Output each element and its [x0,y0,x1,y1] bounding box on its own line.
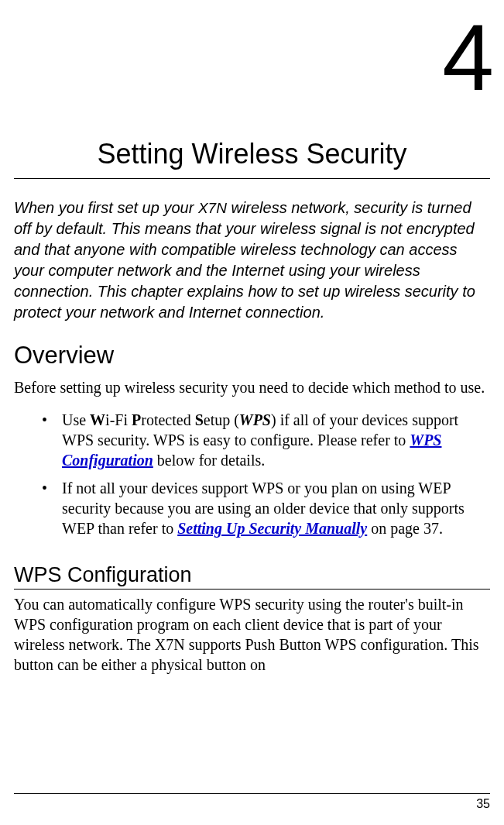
b1-t4: etup ( [204,411,239,428]
overview-bullets: Use Wi-Fi Protected Setup (WPS) if all o… [14,410,490,538]
page-footer: 35 [14,793,490,811]
chapter-title: Setting Wireless Security [14,138,490,179]
bullet-item-2: If not all your devices support WPS or y… [14,478,490,538]
b1-t1: Use [62,411,90,428]
intro-text-2: wireless network, security is turned off… [14,199,475,321]
b1-wps: WPS [239,411,271,428]
b1-s: S [195,411,204,428]
b1-w: W [90,411,105,428]
bullet-item-1: Use Wi-Fi Protected Setup (WPS) if all o… [14,410,490,470]
setting-up-security-manually-link[interactable]: Setting Up Security Manually [177,520,367,537]
product-name: X7N [198,200,227,216]
wps-configuration-body: You can automatically configure WPS secu… [14,594,490,675]
intro-text-1: When you first set up your [14,199,198,216]
wps-configuration-heading: WPS Configuration [14,563,490,590]
b1-p: P [132,411,141,428]
b1-t6: below for details. [153,452,265,469]
b1-t2: i-Fi [105,411,132,428]
page-number: 35 [476,797,490,810]
overview-body: Before setting up wireless security you … [14,377,490,397]
chapter-number: 4 [14,15,490,99]
b2-t2: on page 37. [367,520,443,537]
intro-paragraph: When you first set up your X7N wireless … [14,198,490,323]
overview-heading: Overview [14,342,490,370]
b1-t3: rotected [141,411,194,428]
